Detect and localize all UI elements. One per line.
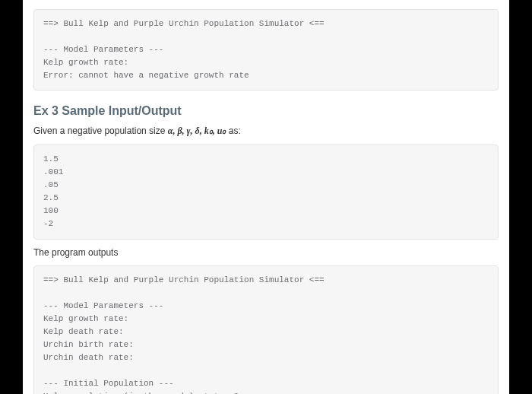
outputs-label: The program outputs: [33, 247, 499, 258]
intro-math-symbols: α, β, γ, δ, k₀, u₀: [168, 126, 226, 136]
code-line: ==> Bull Kelp and Purple Urchin Populati…: [43, 19, 325, 28]
code-block-program-output: ==> Bull Kelp and Purple Urchin Populati…: [33, 265, 499, 394]
code-line: -2: [43, 219, 53, 228]
intro-text: Given a negative population size: [33, 126, 168, 136]
code-line: --- Model Parameters ---: [43, 301, 163, 310]
code-line: --- Model Parameters ---: [43, 45, 163, 54]
code-line: .001: [43, 167, 63, 176]
code-line: 100: [43, 206, 59, 215]
code-line: .05: [43, 180, 59, 189]
intro-paragraph: Given a negative population size α, β, γ…: [33, 126, 499, 137]
code-line: 2.5: [43, 193, 59, 202]
code-line: Kelp growth rate:: [43, 58, 128, 67]
document-page: ==> Bull Kelp and Purple Urchin Populati…: [23, 0, 509, 394]
code-line: 1.5: [43, 154, 59, 164]
code-block-input-values: 1.5 .001 .05 2.5 100 -2: [33, 145, 499, 239]
code-block-error-example: ==> Bull Kelp and Purple Urchin Populati…: [33, 9, 499, 91]
code-line: --- Initial Population ---: [43, 379, 174, 388]
code-line: Error: cannot have a negative growth rat…: [43, 71, 249, 80]
intro-text-suffix: as:: [226, 126, 240, 136]
code-line: ==> Bull Kelp and Purple Urchin Populati…: [43, 275, 325, 284]
code-line: Urchin death rate:: [43, 353, 134, 362]
code-line: Kelp death rate:: [43, 327, 124, 336]
code-line: Urchin birth rate:: [43, 340, 134, 349]
code-line: Kelp growth rate:: [43, 314, 128, 323]
section-heading: Ex 3 Sample Input/Output: [33, 104, 499, 118]
